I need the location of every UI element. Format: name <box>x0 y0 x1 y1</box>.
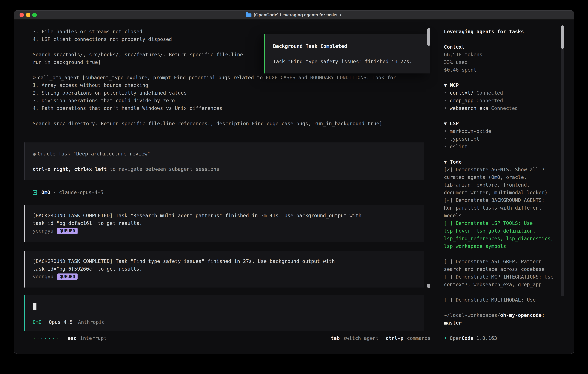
mcp-status: Connected <box>476 89 503 97</box>
tab-action-label: switch agent <box>343 334 379 342</box>
sidebar-footer: • OpenCode1.0.163 <box>444 334 574 342</box>
gear-icon: ⚙ <box>33 75 36 80</box>
terminal-scrollbar-mark[interactable] <box>427 284 430 288</box>
oracle-task-title: Oracle Task "Deep architecture review" <box>38 151 150 157</box>
sidebar-scrollbar-track[interactable] <box>561 25 564 296</box>
background-task-message: [BACKGROUND TASK COMPLETED] Task "Resear… <box>24 205 424 242</box>
tool-call-line: ⚙call_omo_agent [subagent_type=explore, … <box>33 74 438 82</box>
todo-item: [ ] Demonstrate LSP TOOLS: Use lsp_hover… <box>444 219 555 250</box>
agent-separator: · <box>53 189 56 196</box>
lsp-section-header[interactable]: ▼ LSP <box>444 120 574 127</box>
mcp-item: • websearch_exa Connected <box>444 104 574 112</box>
lsp-item: • markdown-oxide <box>444 127 574 135</box>
sidebar[interactable]: Leveraging agents for tasks Context 66,5… <box>438 20 574 353</box>
context-spent: $0.46 spent <box>444 66 574 74</box>
terminal-scrollbar-thumb[interactable] <box>427 28 430 46</box>
lsp-section: ▼ LSP • markdown-oxide • typescript • es… <box>444 120 574 150</box>
message-footer: yeongyu QUEUED <box>33 227 416 235</box>
mcp-name: context7 <box>450 89 473 97</box>
bullet-icon: • <box>444 127 447 135</box>
context-tokens: 66,518 tokens <box>444 51 574 58</box>
mcp-section: ▼ MCP • context7 Connected • grep_app Co… <box>444 82 574 112</box>
lsp-item: • typescript <box>444 135 574 143</box>
message-line: task_id="bg_dcfac161" to get results. <box>33 219 416 227</box>
workspace-path: ~/local-workspaces/oh-my-opencode: maste… <box>444 311 555 327</box>
lsp-item: • eslint <box>444 143 574 150</box>
app-name-bold: Code <box>462 335 473 341</box>
hint-text: to navigate between subagent sessions <box>107 166 219 172</box>
folder-icon <box>246 13 252 17</box>
toast-title: Background Task Completed <box>273 42 424 50</box>
input-model-row: OmO Opus 4.5 Anthropic <box>33 318 416 326</box>
oracle-task-box: ◉Oracle Task "Deep architecture review" … <box>24 143 424 180</box>
mcp-status: Connected <box>476 97 503 104</box>
toast-body: Task "Find type safety issues" finished … <box>273 58 424 65</box>
bullet-icon: • <box>444 143 447 150</box>
todo-item: [ ] Demonstrate MCP INTEGRATIONS: Use co… <box>444 273 555 288</box>
background-task-toast[interactable]: Background Task Completed Task "Find typ… <box>264 34 430 73</box>
lsp-name: typescript <box>450 135 479 143</box>
oracle-icon: ◉ <box>33 151 36 157</box>
todo-item: [ ] Demonstrate MULTIMODAL: Use <box>444 296 555 304</box>
close-button[interactable] <box>20 13 24 17</box>
message-footer: yeongyu QUEUED <box>33 273 416 280</box>
lsp-name: markdown-oxide <box>450 127 491 135</box>
todo-item: [✓] Demonstrate BACKGROUND AGENTS: Run p… <box>444 197 555 219</box>
window-title-group: [OpenCode] Leveraging agents for tasks ◐ <box>246 12 342 17</box>
traffic-lights <box>20 13 37 17</box>
terminal-pane[interactable]: 3. File handles or streams not closed 4.… <box>14 20 438 353</box>
ctrlp-key-hint: ctrl+p <box>386 334 403 342</box>
lsp-name: eslint <box>450 143 467 150</box>
mcp-section-header[interactable]: ▼ MCP <box>444 82 574 89</box>
queued-badge: QUEUED <box>57 273 77 280</box>
message-line: [BACKGROUND TASK COMPLETED] Task "Resear… <box>33 212 416 219</box>
terminal-line <box>33 112 438 120</box>
session-title: Leveraging agents for tasks <box>444 28 574 35</box>
zoom-button[interactable] <box>32 13 37 17</box>
bullet-icon: • <box>444 89 447 97</box>
activity-dots: ········ <box>33 334 63 342</box>
terminal-line: 2. String operations on potentially unde… <box>33 89 438 97</box>
hint-keys: ctrl+x right, ctrl+x left <box>33 166 107 172</box>
minimize-button[interactable] <box>26 13 30 17</box>
todo-item: [ ] Demonstrate AST-GREP: Pattern search… <box>444 258 555 273</box>
input-provider-name: Anthropic <box>78 318 105 326</box>
message-user: yeongyu <box>33 227 53 235</box>
agent-header: OmO · claude-opus-4-5 <box>24 189 438 196</box>
workspace-branch: master <box>444 319 555 327</box>
input-agent-name: OmO <box>33 318 42 326</box>
tab-key-hint: tab <box>331 334 340 342</box>
oracle-task-title-row: ◉Oracle Task "Deep architecture review" <box>33 150 416 158</box>
ctrlp-action-label: commands <box>407 334 430 342</box>
subagent-nav-hint: ctrl+x right, ctrl+x left to navigate be… <box>33 165 416 173</box>
bullet-icon: • <box>444 135 447 143</box>
app-version: OpenCode1.0.163 <box>450 334 497 342</box>
mcp-item: • grep_app Connected <box>444 97 574 104</box>
app-window: [OpenCode] Leveraging agents for tasks ◐… <box>14 10 574 353</box>
status-bar: ········ esc interrupt tab switch agent … <box>33 334 430 342</box>
agent-model: claude-opus-4-5 <box>59 189 104 196</box>
sidebar-scrollbar-thumb[interactable] <box>561 25 564 49</box>
message-user: yeongyu <box>33 273 53 280</box>
todo-section-header[interactable]: ▼ Todo <box>444 158 574 166</box>
mcp-status: Connected <box>491 104 518 112</box>
prompt-input[interactable]: OmO Opus 4.5 Anthropic <box>24 295 424 331</box>
esc-action-label: interrupt <box>80 334 107 342</box>
mcp-name: websearch_exa <box>450 104 488 112</box>
window-title: [OpenCode] Leveraging agents for tasks <box>254 12 337 17</box>
terminal-line: 4. Path operations that don't handle Win… <box>33 104 438 112</box>
terminal-line: Search src/ directory. Return specific f… <box>33 120 438 127</box>
workspace-prefix: ~/local-workspaces/ <box>444 312 500 318</box>
tool-call-text: call_omo_agent [subagent_type=explore, p… <box>38 75 396 80</box>
context-label: Context <box>444 43 574 51</box>
input-model-name: Opus 4.5 <box>49 318 73 326</box>
terminal-line: 3. Division operations that could divide… <box>33 97 438 104</box>
mcp-item: • context7 Connected <box>444 89 574 97</box>
bullet-icon: • <box>444 97 447 104</box>
message-line: [BACKGROUND TASK COMPLETED] Task "Find t… <box>33 258 416 265</box>
context-section: Context 66,518 tokens 33% used $0.46 spe… <box>444 43 574 74</box>
app-name-light: Open <box>450 335 462 341</box>
queued-badge: QUEUED <box>57 228 77 234</box>
titlebar[interactable]: [OpenCode] Leveraging agents for tasks ◐ <box>14 10 574 20</box>
version-number: 1.0.163 <box>476 335 497 341</box>
